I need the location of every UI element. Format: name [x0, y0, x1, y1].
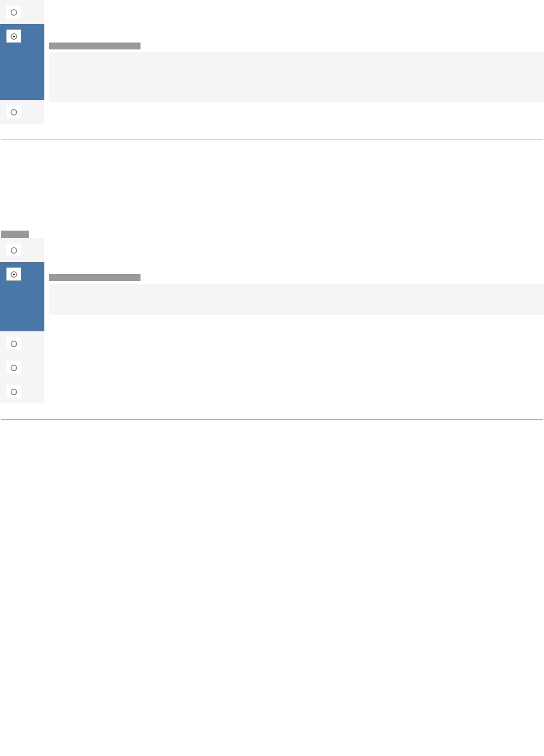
radio-option[interactable] [0, 238, 44, 262]
options-column [0, 0, 44, 124]
radio-option[interactable] [0, 355, 44, 379]
radio-option[interactable] [0, 331, 44, 355]
question-label [1, 231, 29, 238]
radio-option[interactable] [0, 379, 44, 403]
radio-icon [6, 244, 21, 256]
spacer [0, 140, 544, 230]
radio-option-selected[interactable] [0, 24, 44, 100]
answer-box [49, 52, 544, 102]
question-body [0, 238, 544, 403]
answer-heading [49, 43, 141, 49]
radio-icon [6, 361, 21, 374]
radio-icon [6, 337, 21, 350]
radio-option[interactable] [0, 0, 44, 24]
answer-column [44, 0, 544, 102]
selection-highlight [6, 43, 32, 100]
radio-icon [6, 268, 21, 280]
radio-icon [6, 6, 21, 18]
section-divider [1, 419, 543, 420]
radio-icon [6, 385, 21, 398]
radio-option-selected[interactable] [0, 262, 44, 331]
answer-box [49, 284, 544, 315]
question-body [0, 0, 544, 124]
question-block [0, 231, 544, 420]
radio-option[interactable] [0, 100, 44, 124]
selection-highlight [6, 280, 32, 331]
radio-icon [6, 30, 21, 43]
radio-icon [6, 105, 21, 118]
options-column [0, 238, 44, 403]
question-block [0, 0, 544, 140]
answer-heading [49, 274, 141, 281]
answer-column [44, 238, 544, 315]
